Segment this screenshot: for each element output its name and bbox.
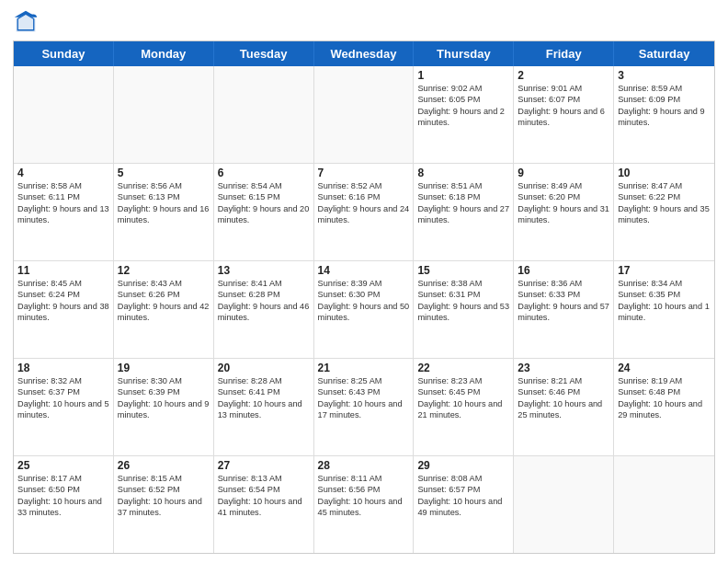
- day-info: Sunrise: 8:51 AM Sunset: 6:18 PM Dayligh…: [417, 180, 509, 226]
- day-number: 3: [618, 69, 711, 82]
- day-number: 7: [318, 167, 410, 179]
- day-cell-26: 26Sunrise: 8:15 AM Sunset: 6:52 PM Dayli…: [114, 456, 214, 553]
- calendar-week-1: 1Sunrise: 9:02 AM Sunset: 6:05 PM Daylig…: [14, 66, 714, 163]
- logo: [13, 9, 42, 35]
- empty-cell: [614, 456, 714, 553]
- day-number: 8: [417, 167, 509, 179]
- day-info: Sunrise: 8:13 AM Sunset: 6:54 PM Dayligh…: [218, 473, 310, 519]
- day-number: 9: [518, 167, 609, 179]
- day-number: 18: [17, 362, 109, 374]
- day-number: 11: [17, 264, 109, 277]
- day-cell-16: 16Sunrise: 8:36 AM Sunset: 6:33 PM Dayli…: [514, 261, 614, 358]
- empty-cell: [514, 456, 614, 553]
- day-cell-3: 3Sunrise: 8:59 AM Sunset: 6:09 PM Daylig…: [614, 66, 714, 163]
- calendar-week-2: 4Sunrise: 8:58 AM Sunset: 6:11 PM Daylig…: [14, 163, 714, 260]
- day-cell-28: 28Sunrise: 8:11 AM Sunset: 6:56 PM Dayli…: [314, 456, 415, 553]
- day-cell-5: 5Sunrise: 8:56 AM Sunset: 6:13 PM Daylig…: [114, 164, 214, 260]
- day-info: Sunrise: 8:36 AM Sunset: 6:33 PM Dayligh…: [518, 278, 609, 324]
- day-cell-17: 17Sunrise: 8:34 AM Sunset: 6:35 PM Dayli…: [614, 261, 714, 358]
- day-number: 1: [417, 69, 509, 82]
- day-cell-7: 7Sunrise: 8:52 AM Sunset: 6:16 PM Daylig…: [314, 164, 415, 260]
- day-info: Sunrise: 8:34 AM Sunset: 6:35 PM Dayligh…: [618, 278, 711, 324]
- day-info: Sunrise: 8:58 AM Sunset: 6:11 PM Dayligh…: [17, 180, 109, 226]
- calendar-week-3: 11Sunrise: 8:45 AM Sunset: 6:24 PM Dayli…: [14, 260, 714, 358]
- day-number: 28: [318, 459, 410, 472]
- day-cell-2: 2Sunrise: 9:01 AM Sunset: 6:07 PM Daylig…: [514, 66, 614, 163]
- day-cell-12: 12Sunrise: 8:43 AM Sunset: 6:26 PM Dayli…: [114, 261, 214, 358]
- day-info: Sunrise: 8:11 AM Sunset: 6:56 PM Dayligh…: [318, 473, 410, 519]
- empty-cell: [214, 66, 314, 163]
- day-info: Sunrise: 8:54 AM Sunset: 6:15 PM Dayligh…: [218, 180, 310, 226]
- day-cell-4: 4Sunrise: 8:58 AM Sunset: 6:11 PM Daylig…: [14, 164, 114, 260]
- day-info: Sunrise: 8:59 AM Sunset: 6:09 PM Dayligh…: [618, 83, 711, 129]
- day-info: Sunrise: 8:39 AM Sunset: 6:30 PM Dayligh…: [318, 278, 410, 324]
- day-number: 25: [17, 459, 109, 472]
- empty-cell: [114, 66, 214, 163]
- day-cell-13: 13Sunrise: 8:41 AM Sunset: 6:28 PM Dayli…: [214, 261, 314, 358]
- day-cell-22: 22Sunrise: 8:23 AM Sunset: 6:45 PM Dayli…: [414, 359, 514, 455]
- day-info: Sunrise: 8:21 AM Sunset: 6:46 PM Dayligh…: [518, 375, 609, 421]
- day-header-thursday: Thursday: [414, 41, 514, 66]
- logo-icon: [13, 9, 39, 35]
- calendar-week-4: 18Sunrise: 8:32 AM Sunset: 6:37 PM Dayli…: [14, 358, 714, 455]
- day-number: 21: [318, 362, 410, 374]
- day-info: Sunrise: 8:15 AM Sunset: 6:52 PM Dayligh…: [118, 473, 210, 519]
- day-info: Sunrise: 8:38 AM Sunset: 6:31 PM Dayligh…: [417, 278, 509, 324]
- day-cell-6: 6Sunrise: 8:54 AM Sunset: 6:15 PM Daylig…: [214, 164, 314, 260]
- day-info: Sunrise: 8:25 AM Sunset: 6:43 PM Dayligh…: [318, 375, 410, 421]
- day-cell-18: 18Sunrise: 8:32 AM Sunset: 6:37 PM Dayli…: [14, 359, 114, 455]
- day-cell-9: 9Sunrise: 8:49 AM Sunset: 6:20 PM Daylig…: [514, 164, 614, 260]
- day-info: Sunrise: 8:52 AM Sunset: 6:16 PM Dayligh…: [318, 180, 410, 226]
- day-cell-14: 14Sunrise: 8:39 AM Sunset: 6:30 PM Dayli…: [314, 261, 415, 358]
- day-number: 17: [618, 264, 711, 277]
- day-number: 23: [518, 362, 609, 374]
- day-number: 29: [417, 459, 509, 472]
- day-cell-11: 11Sunrise: 8:45 AM Sunset: 6:24 PM Dayli…: [14, 261, 114, 358]
- day-info: Sunrise: 8:32 AM Sunset: 6:37 PM Dayligh…: [17, 375, 109, 421]
- page: SundayMondayTuesdayWednesdayThursdayFrid…: [0, 0, 728, 563]
- day-cell-20: 20Sunrise: 8:28 AM Sunset: 6:41 PM Dayli…: [214, 359, 314, 455]
- day-cell-19: 19Sunrise: 8:30 AM Sunset: 6:39 PM Dayli…: [114, 359, 214, 455]
- empty-cell: [14, 66, 114, 163]
- day-info: Sunrise: 9:01 AM Sunset: 6:07 PM Dayligh…: [518, 83, 609, 129]
- day-info: Sunrise: 8:49 AM Sunset: 6:20 PM Dayligh…: [518, 180, 609, 226]
- day-number: 6: [218, 167, 310, 179]
- day-info: Sunrise: 9:02 AM Sunset: 6:05 PM Dayligh…: [417, 83, 509, 129]
- day-number: 14: [318, 264, 410, 277]
- day-cell-25: 25Sunrise: 8:17 AM Sunset: 6:50 PM Dayli…: [14, 456, 114, 553]
- day-info: Sunrise: 8:47 AM Sunset: 6:22 PM Dayligh…: [618, 180, 711, 226]
- empty-cell: [314, 66, 415, 163]
- day-info: Sunrise: 8:17 AM Sunset: 6:50 PM Dayligh…: [17, 473, 109, 519]
- day-header-friday: Friday: [514, 41, 614, 66]
- day-cell-10: 10Sunrise: 8:47 AM Sunset: 6:22 PM Dayli…: [614, 164, 714, 260]
- day-number: 19: [118, 362, 210, 374]
- day-cell-23: 23Sunrise: 8:21 AM Sunset: 6:46 PM Dayli…: [514, 359, 614, 455]
- day-number: 24: [618, 362, 711, 374]
- day-number: 27: [218, 459, 310, 472]
- day-info: Sunrise: 8:43 AM Sunset: 6:26 PM Dayligh…: [118, 278, 210, 324]
- day-number: 15: [417, 264, 509, 277]
- day-header-wednesday: Wednesday: [314, 41, 415, 66]
- day-number: 10: [618, 167, 711, 179]
- day-number: 20: [218, 362, 310, 374]
- day-info: Sunrise: 8:30 AM Sunset: 6:39 PM Dayligh…: [118, 375, 210, 421]
- day-info: Sunrise: 8:08 AM Sunset: 6:57 PM Dayligh…: [417, 473, 509, 519]
- day-cell-24: 24Sunrise: 8:19 AM Sunset: 6:48 PM Dayli…: [614, 359, 714, 455]
- day-info: Sunrise: 8:19 AM Sunset: 6:48 PM Dayligh…: [618, 375, 711, 421]
- calendar-body: 1Sunrise: 9:02 AM Sunset: 6:05 PM Daylig…: [14, 66, 714, 553]
- day-number: 22: [417, 362, 509, 374]
- day-cell-15: 15Sunrise: 8:38 AM Sunset: 6:31 PM Dayli…: [414, 261, 514, 358]
- day-number: 13: [218, 264, 310, 277]
- day-cell-27: 27Sunrise: 8:13 AM Sunset: 6:54 PM Dayli…: [214, 456, 314, 553]
- day-number: 26: [118, 459, 210, 472]
- day-number: 12: [118, 264, 210, 277]
- day-info: Sunrise: 8:41 AM Sunset: 6:28 PM Dayligh…: [218, 278, 310, 324]
- day-header-sunday: Sunday: [14, 41, 114, 66]
- day-number: 2: [518, 69, 609, 82]
- day-number: 4: [17, 167, 109, 179]
- calendar: SundayMondayTuesdayWednesdayThursdayFrid…: [13, 40, 715, 554]
- calendar-week-5: 25Sunrise: 8:17 AM Sunset: 6:50 PM Dayli…: [14, 455, 714, 553]
- day-header-tuesday: Tuesday: [214, 41, 314, 66]
- day-header-saturday: Saturday: [614, 41, 714, 66]
- day-header-monday: Monday: [114, 41, 214, 66]
